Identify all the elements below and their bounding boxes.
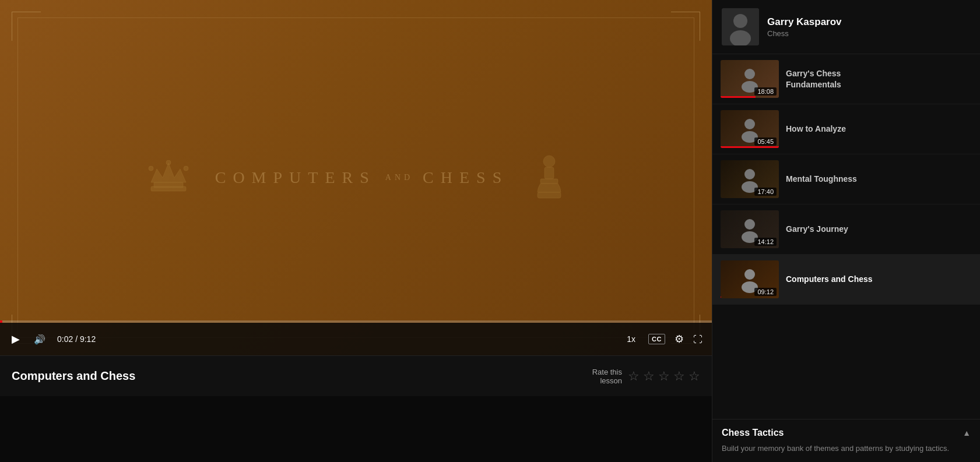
video-title-computers: COMPUTERS xyxy=(215,168,376,187)
svg-rect-1 xyxy=(154,182,183,188)
lesson-thumb-3: 17:40 xyxy=(721,160,779,198)
svg-point-3 xyxy=(149,166,153,171)
current-time: 0:02 xyxy=(57,334,73,344)
video-player: COMPUTERS AND CHESS xyxy=(0,0,712,355)
lesson-item-2[interactable]: 05:45 How to Analyze xyxy=(712,104,980,154)
video-controls-bar: ▶ 🔊 0:02 / 9:12 1x CC ⚙ ⛶ xyxy=(0,323,712,355)
crown-chess-piece-icon xyxy=(145,160,192,195)
svg-point-5 xyxy=(184,166,188,171)
video-info-bar: Computers and Chess Rate this lesson ☆ ☆… xyxy=(0,355,712,396)
instructor-avatar xyxy=(722,8,759,45)
lesson-list: 18:08 Garry's ChessFundamentals 05:45 Ho… xyxy=(712,54,980,419)
video-main-title: COMPUTERS AND CHESS xyxy=(215,168,509,187)
total-time: 9:12 xyxy=(80,334,96,344)
lesson-2-progress xyxy=(721,146,779,148)
lesson-item-1[interactable]: 18:08 Garry's ChessFundamentals xyxy=(712,54,980,104)
pawn-chess-piece-icon xyxy=(532,154,567,201)
chevron-up-icon: ▲ xyxy=(963,428,971,438)
settings-icon: ⚙ xyxy=(675,333,684,345)
lesson-2-duration: 05:45 xyxy=(754,137,777,146)
lesson-3-meta: Mental Toughness xyxy=(786,174,972,184)
lesson-1-meta: Garry's ChessFundamentals xyxy=(786,68,972,89)
video-title-content: COMPUTERS AND CHESS xyxy=(145,154,567,201)
play-icon: ▶ xyxy=(12,333,20,345)
lesson-2-meta: How to Analyze xyxy=(786,124,972,134)
section-title-row[interactable]: Chess Tactics ▲ xyxy=(722,428,971,438)
lesson-4-title: Garry's Journey xyxy=(786,224,972,234)
lesson-4-meta: Garry's Journey xyxy=(786,224,972,234)
lesson-1-duration: 18:08 xyxy=(754,87,777,96)
star-4[interactable]: ☆ xyxy=(673,369,685,384)
lesson-1-progress xyxy=(721,96,756,98)
svg-point-19 xyxy=(744,219,755,230)
svg-point-21 xyxy=(744,269,755,280)
lesson-thumb-1: 18:08 xyxy=(721,60,779,98)
svg-point-13 xyxy=(744,69,755,79)
sidebar: Garry Kasparov Chess 18:08 Garry's Chess… xyxy=(712,0,980,462)
lesson-thumb-5: 09:12 xyxy=(721,260,779,298)
svg-point-17 xyxy=(744,169,755,179)
lesson-2-title: How to Analyze xyxy=(786,124,972,134)
lesson-item-3[interactable]: 17:40 Mental Toughness xyxy=(712,154,980,204)
corner-decoration-tl xyxy=(12,12,41,41)
svg-point-4 xyxy=(166,160,171,165)
volume-icon: 🔊 xyxy=(34,334,45,345)
instructor-header[interactable]: Garry Kasparov Chess xyxy=(712,0,980,54)
instructor-info: Garry Kasparov Chess xyxy=(767,16,842,38)
time-separator: / xyxy=(75,334,80,344)
star-2[interactable]: ☆ xyxy=(643,369,655,384)
svg-rect-9 xyxy=(538,192,561,198)
star-3[interactable]: ☆ xyxy=(658,369,670,384)
volume-button[interactable]: 🔊 xyxy=(31,331,48,347)
current-lesson-title: Computers and Chess xyxy=(12,369,135,383)
svg-point-11 xyxy=(733,14,747,28)
instructor-name: Garry Kasparov xyxy=(767,16,842,28)
lesson-thumb-2: 05:45 xyxy=(721,110,779,148)
lesson-4-duration: 14:12 xyxy=(754,238,777,246)
instructor-avatar-image xyxy=(722,8,759,45)
lesson-1-title: Garry's ChessFundamentals xyxy=(786,68,972,89)
lesson-5-duration: 09:12 xyxy=(754,288,777,296)
settings-button[interactable]: ⚙ xyxy=(675,333,684,345)
lesson-item-5[interactable]: 09:12 Computers and Chess xyxy=(712,255,980,305)
main-area: COMPUTERS AND CHESS xyxy=(0,0,712,462)
svg-marker-2 xyxy=(151,163,186,182)
star-rating: ☆ ☆ ☆ ☆ ☆ xyxy=(628,369,700,384)
fullscreen-icon: ⛶ xyxy=(693,334,702,344)
instructor-subject: Chess xyxy=(767,29,842,38)
svg-rect-7 xyxy=(545,167,554,179)
video-background: COMPUTERS AND CHESS xyxy=(0,0,712,355)
svg-point-6 xyxy=(543,156,555,167)
section-title-text: Chess Tactics xyxy=(722,428,784,438)
lesson-5-progress xyxy=(721,297,721,298)
lesson-5-meta: Computers and Chess xyxy=(786,274,972,284)
video-title-and: AND xyxy=(385,173,413,182)
lesson-5-title: Computers and Chess xyxy=(786,274,972,284)
rate-label: Rate this xyxy=(592,368,622,376)
lesson-item-4[interactable]: 14:12 Garry's Journey xyxy=(712,204,980,255)
svg-point-15 xyxy=(744,119,755,129)
lesson-3-duration: 17:40 xyxy=(754,188,777,196)
fullscreen-button[interactable]: ⛶ xyxy=(693,333,702,345)
corner-decoration-tr xyxy=(671,12,700,41)
rate-section: Rate this lesson ☆ ☆ ☆ ☆ ☆ xyxy=(592,368,700,385)
star-1[interactable]: ☆ xyxy=(628,369,640,384)
lesson-3-title: Mental Toughness xyxy=(786,174,972,184)
closed-captions-button[interactable]: CC xyxy=(648,334,665,344)
svg-rect-8 xyxy=(540,179,558,184)
section-footer: Chess Tactics ▲ Build your memory bank o… xyxy=(712,419,980,463)
play-button[interactable]: ▶ xyxy=(9,330,22,348)
time-display: 0:02 / 9:12 xyxy=(57,334,96,344)
section-description: Build your memory bank of themes and pat… xyxy=(722,443,971,454)
video-title-chess: CHESS xyxy=(423,168,508,187)
rate-sublabel: lesson xyxy=(592,376,622,385)
speed-button[interactable]: 1x xyxy=(623,333,639,345)
star-5[interactable]: ☆ xyxy=(689,369,700,384)
lesson-thumb-4: 14:12 xyxy=(721,210,779,248)
